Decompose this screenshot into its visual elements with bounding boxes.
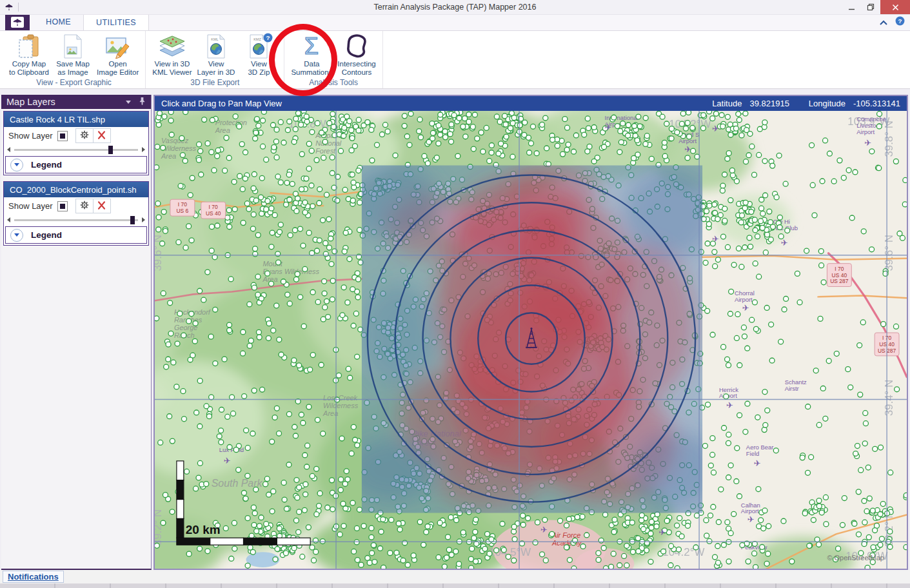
image-editor-icon xyxy=(106,33,130,60)
map-layers-panel: Map Layers Castle Rock 4 LR TIL.shp Show… xyxy=(1,95,152,570)
ribbon-button-label: Summations xyxy=(291,68,332,77)
layer-title[interactable]: CO_2000_BlockCentroid_point.sh xyxy=(4,182,148,197)
tab-home[interactable]: HOME xyxy=(34,14,83,30)
longitude-label: Longitude xyxy=(809,99,846,108)
layer-controls: Show Layer xyxy=(4,127,148,144)
slider-left-arrow-icon[interactable] xyxy=(7,217,10,222)
ribbon-button-view-3d-zip[interactable]: KMZView3D Zip xyxy=(237,32,280,77)
layer-delete-button[interactable] xyxy=(93,199,110,213)
ribbon-group-label: Analysis Tools xyxy=(288,77,378,90)
slider-track[interactable] xyxy=(14,149,138,151)
layer-opacity-slider[interactable] xyxy=(4,144,148,155)
ribbon-button-intersecting-contours[interactable]: IntersectingContours xyxy=(335,32,378,77)
panel-menu-caret-icon[interactable] xyxy=(126,101,131,104)
svg-text:39.6° N: 39.6° N xyxy=(883,235,895,271)
slider-thumb[interactable] xyxy=(130,216,135,224)
legend-label: Legend xyxy=(31,160,62,170)
svg-text:39.4° N: 39.4° N xyxy=(883,380,895,416)
svg-text:US 40: US 40 xyxy=(832,272,847,279)
ribbon-button-label: View xyxy=(208,60,224,68)
ribbon-button-label: View xyxy=(251,60,267,68)
restore-button[interactable] xyxy=(861,0,880,14)
ribbon-group: Copy Mapto ClipboardSave Mapas ImageOpen… xyxy=(3,30,146,88)
ribbon-button-label: Image Editor xyxy=(97,68,139,77)
ribbon-button-label: Open xyxy=(109,60,127,68)
svg-text:ChorralAirport: ChorralAirport xyxy=(735,289,755,303)
svg-text:✈: ✈ xyxy=(754,458,761,468)
ribbon-button-open-image-editor[interactable]: OpenImage Editor xyxy=(94,32,141,77)
collapse-ribbon-button[interactable] xyxy=(879,17,888,28)
layer-opacity-slider[interactable] xyxy=(4,215,148,225)
slider-thumb[interactable] xyxy=(108,146,113,154)
svg-text:?: ? xyxy=(898,17,902,24)
restore-icon xyxy=(867,3,875,11)
title-bar: Terrain Analysis Package (TAP) Mapper 20… xyxy=(0,0,910,15)
svg-text:39.8° N: 39.8° N xyxy=(883,121,895,157)
minimize-icon xyxy=(848,4,855,11)
clipboard-icon xyxy=(18,33,40,60)
help-button[interactable]: ? xyxy=(895,16,905,28)
ribbon-button-label: Copy Map xyxy=(12,60,46,68)
ribbon-button-view-layer-in-3d[interactable]: KMLViewLayer in 3D xyxy=(195,32,238,77)
svg-text:✈: ✈ xyxy=(747,514,755,524)
status-bar xyxy=(0,583,910,588)
slider-left-arrow-icon[interactable] xyxy=(7,147,10,152)
latitude-value: 39.821915 xyxy=(749,99,789,108)
notifications-link[interactable]: Notifications xyxy=(3,571,64,583)
layer-delete-button[interactable] xyxy=(93,129,110,142)
legend-expander[interactable]: Legend xyxy=(5,156,147,173)
legend-toggle-button[interactable] xyxy=(10,229,23,242)
legend-toggle-button[interactable] xyxy=(10,159,23,172)
svg-text:✈: ✈ xyxy=(684,144,691,154)
slider-track[interactable] xyxy=(14,219,138,221)
svg-text:US 287: US 287 xyxy=(830,279,849,285)
kml-3d-viewer-icon xyxy=(159,33,186,60)
ribbon-group-label: 3D File Export xyxy=(150,77,280,90)
ribbon-button-copy-map-to-clipboard[interactable]: Copy Mapto Clipboard xyxy=(6,32,52,77)
ribbon-button-label: Intersecting xyxy=(337,60,375,68)
map-canvas[interactable]: 104.8°W104.2°W103.9°W104.5°W104.2°W103.9… xyxy=(155,111,907,569)
close-button[interactable] xyxy=(880,0,910,14)
pin-icon[interactable] xyxy=(139,97,146,107)
file-menu-button[interactable] xyxy=(5,14,30,30)
ribbon-button-label: Contours xyxy=(342,68,372,77)
close-icon xyxy=(892,4,899,11)
svg-text:I 70: I 70 xyxy=(835,266,844,272)
ribbon-button-label: Data xyxy=(304,60,319,68)
svg-text:✈: ✈ xyxy=(658,527,666,537)
ribbon: ? Copy Mapto ClipboardSave Mapas ImageOp… xyxy=(0,30,910,89)
svg-text:✈: ✈ xyxy=(540,525,548,534)
layer-title[interactable]: Castle Rock 4 LR TIL.shp xyxy=(4,112,148,127)
svg-text:✈: ✈ xyxy=(781,238,788,248)
ribbon-button-data-summations[interactable]: ΣDataSummations xyxy=(288,32,335,77)
layer-card: CO_2000_BlockCentroid_point.sh Show Laye… xyxy=(3,181,149,246)
svg-text:✈: ✈ xyxy=(742,303,749,313)
group-help-button[interactable]: ? xyxy=(263,33,273,45)
longitude-value: -105.313141 xyxy=(853,99,900,108)
show-layer-checkbox[interactable] xyxy=(57,201,68,211)
ribbon-button-view-in-3d-kml-viewer[interactable]: View in 3DKML Viewer xyxy=(150,32,194,77)
slider-right-arrow-icon[interactable] xyxy=(142,147,145,152)
notifications-row: Notifications xyxy=(0,570,910,583)
layer-settings-button[interactable] xyxy=(76,199,93,213)
show-layer-checkbox[interactable] xyxy=(57,131,68,141)
ribbon-button-label: to Clipboard xyxy=(9,68,49,77)
scale-bar-label: 20 km xyxy=(186,523,221,536)
legend-expander[interactable]: Legend xyxy=(5,226,147,244)
svg-text:✈: ✈ xyxy=(726,400,733,410)
layer-settings-button[interactable] xyxy=(76,129,93,142)
svg-text:CalhanAirport: CalhanAirport xyxy=(741,502,760,515)
tab-utilities[interactable]: UTILITIES xyxy=(83,14,149,30)
ribbon-button-save-map-as-image[interactable]: Save Mapas Image xyxy=(52,32,94,77)
layer-tools xyxy=(75,128,111,143)
legend-label: Legend xyxy=(31,230,62,240)
slider-right-arrow-icon[interactable] xyxy=(142,217,145,222)
contours-icon xyxy=(345,33,368,60)
ribbon-button-label: 3D Zip xyxy=(248,68,270,77)
chevron-up-icon xyxy=(879,20,888,26)
svg-text:✈: ✈ xyxy=(224,456,231,466)
minimize-button[interactable] xyxy=(842,0,861,14)
svg-text:KMZ: KMZ xyxy=(254,37,262,41)
gear-icon xyxy=(79,200,90,212)
coverage-overlay xyxy=(348,162,720,513)
